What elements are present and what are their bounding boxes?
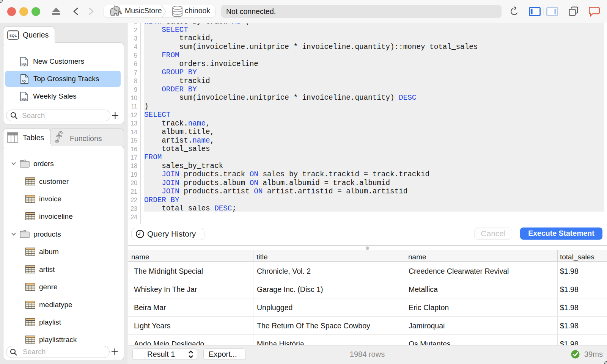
svg-text:SQL: SQL xyxy=(22,80,27,83)
svg-text:SQL: SQL xyxy=(22,63,27,66)
svg-text:SQL: SQL xyxy=(22,97,27,100)
svg-text:SQL: SQL xyxy=(9,33,17,38)
